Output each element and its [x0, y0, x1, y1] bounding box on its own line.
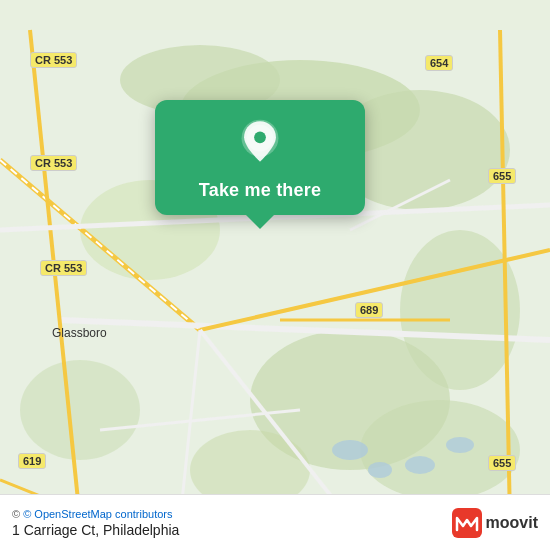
road-label-655-bot: 655 — [488, 455, 516, 471]
moovit-icon — [452, 508, 482, 538]
road-label-cr553-top: CR 553 — [30, 52, 77, 68]
svg-point-7 — [20, 360, 140, 460]
osm-attribution: © © OpenStreetMap contributors — [12, 508, 179, 520]
place-label-glassboro: Glassboro — [52, 326, 107, 340]
osm-link[interactable]: © OpenStreetMap contributors — [23, 508, 172, 520]
road-label-655-top: 655 — [488, 168, 516, 184]
map-pin-icon — [234, 118, 286, 170]
svg-point-13 — [446, 437, 474, 453]
road-label-cr553-low: CR 553 — [40, 260, 87, 276]
road-label-689: 689 — [355, 302, 383, 318]
map-container: CR 553 CR 553 CR 553 654 655 689 655 619… — [0, 0, 550, 550]
moovit-text: moovit — [486, 514, 538, 532]
svg-point-12 — [405, 456, 435, 474]
road-label-654: 654 — [425, 55, 453, 71]
address-text: 1 Carriage Ct, Philadelphia — [12, 522, 179, 538]
location-card[interactable]: Take me there — [155, 100, 365, 215]
bottom-left: © © OpenStreetMap contributors 1 Carriag… — [12, 508, 179, 538]
svg-point-8 — [360, 400, 520, 500]
svg-point-11 — [368, 462, 392, 478]
svg-point-10 — [332, 440, 368, 460]
road-label-619: 619 — [18, 453, 46, 469]
take-me-there-button[interactable]: Take me there — [199, 180, 321, 201]
bottom-bar: © © OpenStreetMap contributors 1 Carriag… — [0, 494, 550, 550]
svg-point-29 — [254, 131, 266, 143]
moovit-logo: moovit — [452, 508, 538, 538]
road-label-cr553-mid: CR 553 — [30, 155, 77, 171]
